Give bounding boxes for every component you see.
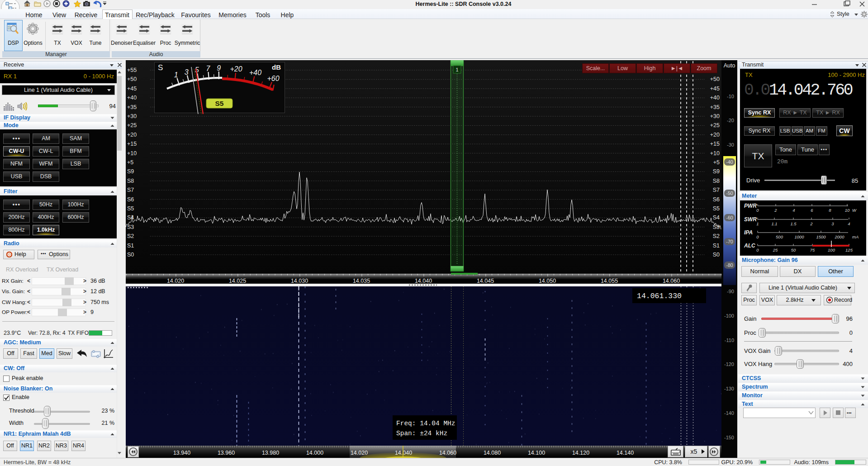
svg-text:0: 0 xyxy=(756,234,759,239)
svg-text:+30: +30 xyxy=(127,113,137,119)
svg-text:14.035: 14.035 xyxy=(353,278,370,284)
svg-text:+25: +25 xyxy=(127,122,137,128)
svg-text:mA: mA xyxy=(852,234,859,239)
svg-text:4: 4 xyxy=(792,208,795,213)
svg-text:3: 3 xyxy=(185,68,189,76)
svg-text:IPA: IPA xyxy=(744,229,753,236)
svg-text:S5: S5 xyxy=(127,205,134,212)
svg-text:14.045: 14.045 xyxy=(477,278,494,284)
svg-text:S0: S0 xyxy=(713,252,720,258)
svg-text:+10: +10 xyxy=(710,150,720,157)
svg-text:8: 8 xyxy=(829,208,831,213)
svg-text:14.000: 14.000 xyxy=(306,450,323,456)
svg-text:10: 10 xyxy=(845,208,850,213)
svg-text:+55: +55 xyxy=(127,67,137,73)
svg-text:14.060: 14.060 xyxy=(439,450,456,456)
svg-text:+35: +35 xyxy=(710,104,720,110)
svg-text:2: 2 xyxy=(774,208,777,213)
svg-text:S3: S3 xyxy=(713,224,720,230)
svg-text:9: 9 xyxy=(217,64,221,72)
svg-text:1.5: 1.5 xyxy=(790,221,797,226)
svg-text:14.020: 14.020 xyxy=(351,450,368,456)
svg-text:14.025: 14.025 xyxy=(229,278,246,284)
svg-text:dB: dB xyxy=(272,63,281,71)
svg-text:PWR: PWR xyxy=(744,203,757,209)
svg-text:+5: +5 xyxy=(713,159,720,166)
svg-text:+35: +35 xyxy=(127,104,137,110)
svg-text:S7: S7 xyxy=(127,187,134,193)
svg-text:1500: 1500 xyxy=(816,234,826,239)
svg-text:+25: +25 xyxy=(710,122,720,128)
svg-text:13.960: 13.960 xyxy=(218,450,235,456)
svg-text:14.050: 14.050 xyxy=(539,278,556,284)
svg-text:+50: +50 xyxy=(127,76,137,82)
svg-text:+60: +60 xyxy=(267,75,280,82)
svg-text:14.120: 14.120 xyxy=(572,450,589,456)
svg-text:+20: +20 xyxy=(127,132,137,138)
svg-text:Freq: 14.04 MHz: Freq: 14.04 MHz xyxy=(396,420,455,427)
svg-text:125: 125 xyxy=(845,247,853,252)
svg-text:0: 0 xyxy=(756,208,759,213)
svg-text:1.1: 1.1 xyxy=(771,221,777,226)
svg-text:+10: +10 xyxy=(127,150,137,157)
svg-text:S5: S5 xyxy=(713,205,720,212)
svg-text:+20: +20 xyxy=(710,132,720,138)
svg-text:13.940: 13.940 xyxy=(173,450,190,456)
svg-text:1000: 1000 xyxy=(794,234,804,239)
svg-text:+45: +45 xyxy=(127,86,137,92)
svg-text:7: 7 xyxy=(206,65,210,72)
svg-text:W: W xyxy=(852,208,857,213)
svg-text:S: S xyxy=(158,63,163,72)
svg-text:25: 25 xyxy=(773,247,778,252)
svg-text:14.140: 14.140 xyxy=(617,450,634,456)
svg-text:14.061.330: 14.061.330 xyxy=(637,292,682,300)
svg-text:ALC: ALC xyxy=(744,243,755,249)
svg-text:S5: S5 xyxy=(215,100,224,107)
svg-text:14.060: 14.060 xyxy=(663,278,680,284)
svg-text:14.055: 14.055 xyxy=(601,278,618,284)
svg-text:75: 75 xyxy=(810,247,815,252)
svg-text:S7: S7 xyxy=(713,187,720,193)
svg-text:S4: S4 xyxy=(127,214,134,221)
svg-text:14.100: 14.100 xyxy=(528,450,545,456)
svg-text:+15: +15 xyxy=(127,141,137,147)
svg-text:Span: ±24 kHz: Span: ±24 kHz xyxy=(396,430,447,437)
svg-text:S1: S1 xyxy=(713,243,720,249)
svg-text:S6: S6 xyxy=(127,196,134,203)
svg-text:14.030: 14.030 xyxy=(291,278,308,284)
svg-text:S2: S2 xyxy=(713,233,720,239)
svg-text:S4: S4 xyxy=(713,214,720,221)
svg-text:100: 100 xyxy=(828,247,835,252)
svg-text:+15: +15 xyxy=(710,141,720,147)
svg-text:14.040: 14.040 xyxy=(395,450,412,456)
svg-text:+20: +20 xyxy=(230,65,242,73)
svg-text:1: 1 xyxy=(455,67,458,72)
svg-text:13.980: 13.980 xyxy=(262,450,279,456)
svg-text:+40: +40 xyxy=(249,69,261,76)
svg-text:3: 3 xyxy=(831,221,834,226)
svg-text:6: 6 xyxy=(811,208,813,213)
svg-text:1: 1 xyxy=(174,71,178,79)
svg-text:1: 1 xyxy=(756,221,759,226)
svg-text:+30: +30 xyxy=(710,113,720,119)
svg-text:+50: +50 xyxy=(710,76,720,82)
svg-text:2000: 2000 xyxy=(834,234,844,239)
svg-text:S9: S9 xyxy=(127,168,134,175)
svg-text:+40: +40 xyxy=(127,95,137,101)
svg-text:S3: S3 xyxy=(127,224,134,230)
svg-text:50: 50 xyxy=(791,247,796,252)
svg-text:S2: S2 xyxy=(127,233,134,239)
svg-text:S1: S1 xyxy=(127,243,134,249)
svg-text:14.020: 14.020 xyxy=(167,278,184,284)
svg-text:S8: S8 xyxy=(127,178,134,184)
svg-text:+40: +40 xyxy=(710,95,720,101)
svg-text:S6: S6 xyxy=(713,196,720,203)
svg-text:S9: S9 xyxy=(713,168,720,175)
svg-text:2: 2 xyxy=(810,221,813,226)
svg-text:SWR: SWR xyxy=(744,216,757,223)
svg-text:+5: +5 xyxy=(127,159,133,166)
svg-text:14.080: 14.080 xyxy=(484,450,501,456)
svg-text:S8: S8 xyxy=(713,178,720,184)
svg-text:4: 4 xyxy=(848,221,850,226)
svg-text:+45: +45 xyxy=(710,86,720,92)
